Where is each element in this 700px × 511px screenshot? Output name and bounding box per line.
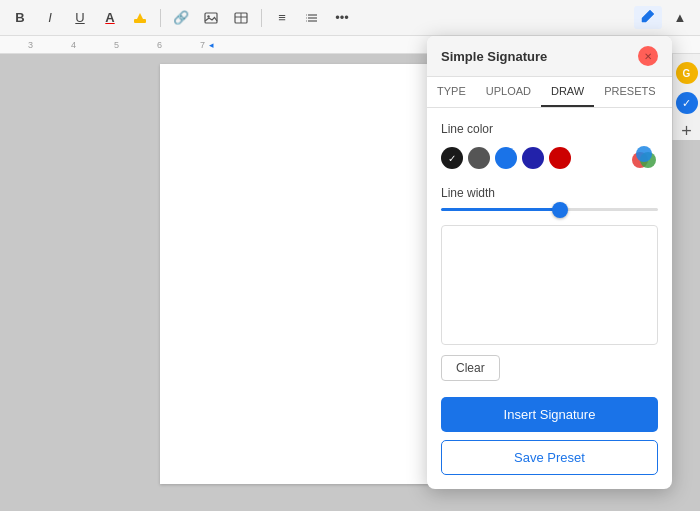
color-swatch-red[interactable] <box>549 147 571 169</box>
slider-track <box>441 208 658 211</box>
color-picker-icon[interactable] <box>630 144 658 172</box>
tab-draw[interactable]: DRAW <box>541 77 594 107</box>
color-row <box>441 144 658 172</box>
line-width-slider[interactable] <box>441 208 658 211</box>
color-swatch-black[interactable] <box>441 147 463 169</box>
draw-canvas[interactable] <box>441 225 658 345</box>
tab-presets[interactable]: PRESETS <box>594 77 665 107</box>
modal-title: Simple Signature <box>441 49 547 64</box>
modal-overlay: Simple Signature ✕ TYPE UPLOAD DRAW PRES… <box>0 0 700 511</box>
line-width-section: Line width <box>441 186 658 211</box>
slider-thumb[interactable] <box>552 202 568 218</box>
line-width-label: Line width <box>441 186 658 200</box>
tab-upload[interactable]: UPLOAD <box>476 77 541 107</box>
color-swatch-darkgray[interactable] <box>468 147 490 169</box>
close-button[interactable]: ✕ <box>638 46 658 66</box>
modal-header: Simple Signature ✕ <box>427 36 672 77</box>
color-swatch-blue[interactable] <box>495 147 517 169</box>
tab-type[interactable]: TYPE <box>427 77 476 107</box>
color-swatch-darkblue[interactable] <box>522 147 544 169</box>
editor-area: B I U A 🔗 ≡ ••• ▲ 3 4 5 6 7 ◂ <box>0 0 700 511</box>
save-preset-button[interactable]: Save Preset <box>441 440 658 475</box>
line-color-label: Line color <box>441 122 658 136</box>
insert-signature-button[interactable]: Insert Signature <box>441 397 658 432</box>
modal-tabs: TYPE UPLOAD DRAW PRESETS <box>427 77 672 108</box>
simple-signature-modal: Simple Signature ✕ TYPE UPLOAD DRAW PRES… <box>427 36 672 489</box>
clear-button[interactable]: Clear <box>441 355 500 381</box>
color-swatches <box>441 147 571 169</box>
svg-point-14 <box>636 146 652 162</box>
modal-body: Line color <box>427 108 672 489</box>
